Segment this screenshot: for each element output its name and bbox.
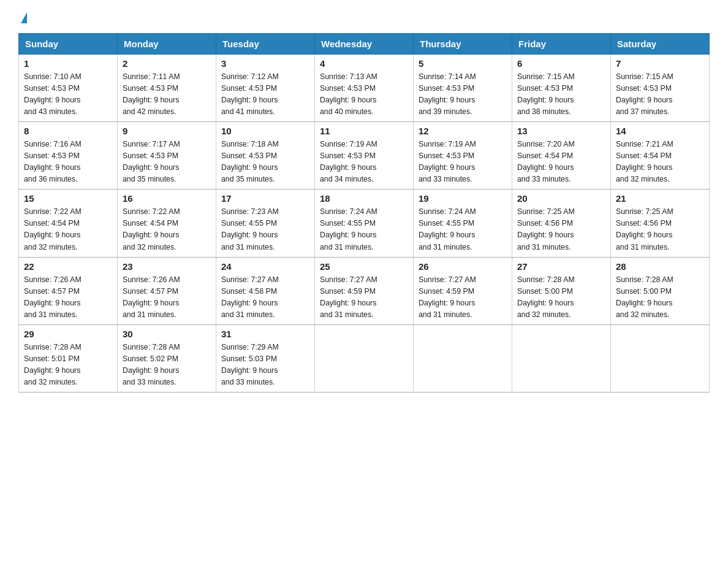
day-info: Sunrise: 7:25 AMSunset: 4:56 PMDaylight:… <box>517 207 575 251</box>
calendar-day-cell: 8 Sunrise: 7:16 AMSunset: 4:53 PMDayligh… <box>19 122 118 190</box>
day-info: Sunrise: 7:14 AMSunset: 4:53 PMDaylight:… <box>419 72 476 116</box>
calendar-day-cell: 3 Sunrise: 7:12 AMSunset: 4:53 PMDayligh… <box>216 55 315 122</box>
day-number: 31 <box>221 329 309 339</box>
logo <box>18 12 27 22</box>
day-of-week-header: Thursday <box>414 34 512 55</box>
calendar-week-row: 29 Sunrise: 7:28 AMSunset: 5:01 PMDaylig… <box>19 324 710 392</box>
calendar-day-cell <box>611 324 710 392</box>
day-of-week-header: Wednesday <box>315 34 414 55</box>
day-info: Sunrise: 7:28 AMSunset: 5:01 PMDaylight:… <box>24 343 82 386</box>
day-number: 13 <box>517 126 605 136</box>
day-number: 9 <box>123 126 211 136</box>
day-number: 17 <box>221 193 309 204</box>
day-number: 22 <box>24 261 112 272</box>
calendar-day-cell: 23 Sunrise: 7:26 AMSunset: 4:57 PMDaylig… <box>118 257 216 324</box>
day-info: Sunrise: 7:13 AMSunset: 4:53 PMDaylight:… <box>320 72 377 116</box>
day-info: Sunrise: 7:21 AMSunset: 4:54 PMDaylight:… <box>616 140 673 183</box>
day-info: Sunrise: 7:23 AMSunset: 4:55 PMDaylight:… <box>221 207 279 251</box>
day-info: Sunrise: 7:15 AMSunset: 4:53 PMDaylight:… <box>616 72 673 116</box>
calendar-day-cell: 11 Sunrise: 7:19 AMSunset: 4:53 PMDaylig… <box>315 122 414 190</box>
day-info: Sunrise: 7:19 AMSunset: 4:53 PMDaylight:… <box>419 140 476 183</box>
day-of-week-header: Tuesday <box>216 34 315 55</box>
day-number: 30 <box>123 329 211 339</box>
day-number: 2 <box>123 58 211 69</box>
logo-triangle-icon <box>21 12 27 23</box>
calendar-day-cell: 28 Sunrise: 7:28 AMSunset: 5:00 PMDaylig… <box>611 257 710 324</box>
calendar-day-cell <box>315 324 414 392</box>
calendar-day-cell: 9 Sunrise: 7:17 AMSunset: 4:53 PMDayligh… <box>118 122 216 190</box>
day-number: 5 <box>419 58 507 69</box>
day-info: Sunrise: 7:12 AMSunset: 4:53 PMDaylight:… <box>221 72 279 116</box>
calendar-day-cell: 21 Sunrise: 7:25 AMSunset: 4:56 PMDaylig… <box>611 190 710 257</box>
day-info: Sunrise: 7:18 AMSunset: 4:53 PMDaylight:… <box>221 140 279 183</box>
calendar-day-cell: 2 Sunrise: 7:11 AMSunset: 4:53 PMDayligh… <box>118 55 216 122</box>
calendar-day-cell <box>414 324 512 392</box>
day-info: Sunrise: 7:22 AMSunset: 4:54 PMDaylight:… <box>24 207 82 251</box>
day-number: 21 <box>616 193 704 204</box>
day-info: Sunrise: 7:25 AMSunset: 4:56 PMDaylight:… <box>616 207 673 251</box>
calendar-day-cell: 5 Sunrise: 7:14 AMSunset: 4:53 PMDayligh… <box>414 55 512 122</box>
day-info: Sunrise: 7:26 AMSunset: 4:57 PMDaylight:… <box>24 275 82 319</box>
calendar-day-cell <box>512 324 611 392</box>
day-number: 27 <box>517 261 605 272</box>
day-number: 24 <box>221 261 309 272</box>
calendar-day-cell: 20 Sunrise: 7:25 AMSunset: 4:56 PMDaylig… <box>512 190 611 257</box>
day-number: 23 <box>123 261 211 272</box>
calendar-day-cell: 1 Sunrise: 7:10 AMSunset: 4:53 PMDayligh… <box>19 55 118 122</box>
day-number: 12 <box>419 126 507 136</box>
calendar-day-cell: 22 Sunrise: 7:26 AMSunset: 4:57 PMDaylig… <box>19 257 118 324</box>
day-of-week-header: Monday <box>118 34 216 55</box>
day-info: Sunrise: 7:28 AMSunset: 5:02 PMDaylight:… <box>123 343 180 386</box>
day-number: 28 <box>616 261 704 272</box>
calendar-day-cell: 13 Sunrise: 7:20 AMSunset: 4:54 PMDaylig… <box>512 122 611 190</box>
calendar-day-cell: 7 Sunrise: 7:15 AMSunset: 4:53 PMDayligh… <box>611 55 710 122</box>
calendar-day-cell: 30 Sunrise: 7:28 AMSunset: 5:02 PMDaylig… <box>118 324 216 392</box>
day-number: 15 <box>24 193 112 204</box>
day-number: 29 <box>24 329 112 339</box>
day-info: Sunrise: 7:27 AMSunset: 4:59 PMDaylight:… <box>419 275 476 319</box>
day-number: 19 <box>419 193 507 204</box>
calendar-day-cell: 31 Sunrise: 7:29 AMSunset: 5:03 PMDaylig… <box>216 324 315 392</box>
calendar-day-cell: 19 Sunrise: 7:24 AMSunset: 4:55 PMDaylig… <box>414 190 512 257</box>
day-number: 4 <box>320 58 408 69</box>
day-info: Sunrise: 7:16 AMSunset: 4:53 PMDaylight:… <box>24 140 82 183</box>
day-info: Sunrise: 7:28 AMSunset: 5:00 PMDaylight:… <box>517 275 575 319</box>
day-number: 10 <box>221 126 309 136</box>
day-of-week-header: Friday <box>512 34 611 55</box>
day-info: Sunrise: 7:20 AMSunset: 4:54 PMDaylight:… <box>517 140 575 183</box>
calendar-day-cell: 29 Sunrise: 7:28 AMSunset: 5:01 PMDaylig… <box>19 324 118 392</box>
day-info: Sunrise: 7:15 AMSunset: 4:53 PMDaylight:… <box>517 72 575 116</box>
calendar-day-cell: 27 Sunrise: 7:28 AMSunset: 5:00 PMDaylig… <box>512 257 611 324</box>
calendar-day-cell: 12 Sunrise: 7:19 AMSunset: 4:53 PMDaylig… <box>414 122 512 190</box>
calendar-day-cell: 18 Sunrise: 7:24 AMSunset: 4:55 PMDaylig… <box>315 190 414 257</box>
day-number: 3 <box>221 58 309 69</box>
calendar-header-row: SundayMondayTuesdayWednesdayThursdayFrid… <box>19 34 710 55</box>
page-header <box>18 12 710 22</box>
day-info: Sunrise: 7:22 AMSunset: 4:54 PMDaylight:… <box>123 207 180 251</box>
day-info: Sunrise: 7:24 AMSunset: 4:55 PMDaylight:… <box>419 207 476 251</box>
day-number: 8 <box>24 126 112 136</box>
calendar-day-cell: 14 Sunrise: 7:21 AMSunset: 4:54 PMDaylig… <box>611 122 710 190</box>
calendar-week-row: 15 Sunrise: 7:22 AMSunset: 4:54 PMDaylig… <box>19 190 710 257</box>
day-number: 14 <box>616 126 704 136</box>
day-number: 7 <box>616 58 704 69</box>
day-info: Sunrise: 7:19 AMSunset: 4:53 PMDaylight:… <box>320 140 377 183</box>
day-info: Sunrise: 7:27 AMSunset: 4:58 PMDaylight:… <box>221 275 279 319</box>
day-info: Sunrise: 7:28 AMSunset: 5:00 PMDaylight:… <box>616 275 673 319</box>
calendar-table: SundayMondayTuesdayWednesdayThursdayFrid… <box>18 33 710 393</box>
calendar-day-cell: 15 Sunrise: 7:22 AMSunset: 4:54 PMDaylig… <box>19 190 118 257</box>
calendar-week-row: 8 Sunrise: 7:16 AMSunset: 4:53 PMDayligh… <box>19 122 710 190</box>
calendar-day-cell: 25 Sunrise: 7:27 AMSunset: 4:59 PMDaylig… <box>315 257 414 324</box>
day-of-week-header: Sunday <box>19 34 118 55</box>
day-number: 20 <box>517 193 605 204</box>
calendar-week-row: 22 Sunrise: 7:26 AMSunset: 4:57 PMDaylig… <box>19 257 710 324</box>
calendar-day-cell: 10 Sunrise: 7:18 AMSunset: 4:53 PMDaylig… <box>216 122 315 190</box>
calendar-day-cell: 24 Sunrise: 7:27 AMSunset: 4:58 PMDaylig… <box>216 257 315 324</box>
day-info: Sunrise: 7:11 AMSunset: 4:53 PMDaylight:… <box>123 72 180 116</box>
calendar-day-cell: 26 Sunrise: 7:27 AMSunset: 4:59 PMDaylig… <box>414 257 512 324</box>
day-info: Sunrise: 7:24 AMSunset: 4:55 PMDaylight:… <box>320 207 377 251</box>
calendar-day-cell: 16 Sunrise: 7:22 AMSunset: 4:54 PMDaylig… <box>118 190 216 257</box>
day-number: 6 <box>517 58 605 69</box>
day-of-week-header: Saturday <box>611 34 710 55</box>
day-info: Sunrise: 7:26 AMSunset: 4:57 PMDaylight:… <box>123 275 180 319</box>
